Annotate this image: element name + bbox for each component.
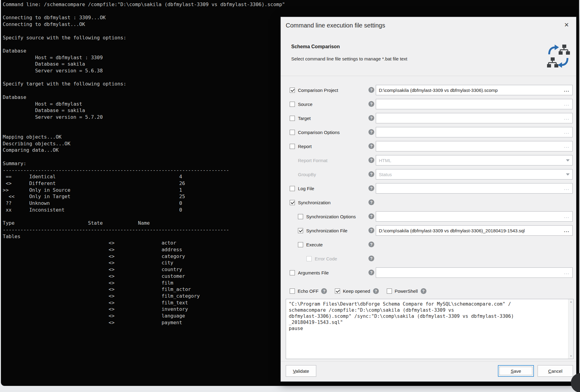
error-code-help-icon[interactable]: ? <box>368 256 374 261</box>
row-label: Arguments File <box>298 270 329 275</box>
comparison-project-help-icon[interactable]: ? <box>368 87 374 93</box>
powershell-checkbox[interactable] <box>387 289 392 294</box>
row-comparison-project: Comparison Project ? D:\comp\sakila (dbf… <box>281 83 576 97</box>
keep-opened-checkbox[interactable] <box>335 289 340 294</box>
synchronization-help-icon[interactable]: ? <box>368 199 374 205</box>
row-synchronization-options: Synchronization Options ? ... <box>281 209 576 223</box>
arguments-file-checkbox[interactable] <box>290 270 295 275</box>
row-synchronization: Synchronization ? <box>281 195 576 209</box>
scroll-down-icon[interactable]: ▼ <box>568 354 574 359</box>
log-file-browse-button[interactable]: ... <box>561 187 570 190</box>
synchronization-options-help-icon[interactable]: ? <box>368 213 374 219</box>
target-input[interactable]: ... <box>376 113 573 123</box>
row-label: Log File <box>298 186 314 191</box>
source-help-icon[interactable]: ? <box>368 101 374 107</box>
row-label: Source <box>298 102 313 107</box>
chevron-down-icon <box>566 159 570 162</box>
row-label: Report Format <box>298 158 328 163</box>
powershell-help-icon[interactable]: ? <box>421 288 426 294</box>
keep-opened-help-icon[interactable]: ? <box>373 288 379 294</box>
report-format-help-icon[interactable]: ? <box>368 157 374 163</box>
combo-value: Status <box>379 172 392 177</box>
row-source: Source ? ... <box>281 97 576 111</box>
error-code-checkbox <box>306 256 312 261</box>
row-label: Target <box>298 116 311 121</box>
arguments-file-input[interactable]: ... <box>376 267 573 278</box>
echo-off-help-icon[interactable]: ? <box>321 288 327 294</box>
row-label: Synchronization File <box>306 228 347 233</box>
groupby-select: Status <box>376 169 573 180</box>
inline-options-row: Echo OFF ? Keep opened ? PowerShell ? <box>290 288 426 294</box>
row-target: Target ? ... <box>281 111 576 125</box>
source-browse-button[interactable]: ... <box>561 103 570 106</box>
synchronization-options-input[interactable]: ... <box>376 211 573 222</box>
source-input[interactable]: ... <box>376 99 573 109</box>
bat-file-text: "C:\Program Files\Devart\dbForge Schema … <box>286 299 573 332</box>
target-browse-button[interactable]: ... <box>561 117 570 120</box>
row-error-code: Error Code ? <box>281 252 576 266</box>
echo-off-checkbox[interactable] <box>290 289 295 294</box>
execute-checkbox[interactable] <box>298 242 303 247</box>
log-file-checkbox[interactable] <box>290 186 295 191</box>
groupby-help-icon[interactable]: ? <box>368 171 374 177</box>
comparison-project-input[interactable]: D:\comp\sakila (dbfmylast-3309 vs dbfmyl… <box>376 85 573 95</box>
row-label: Comparison Project <box>298 88 338 93</box>
row-comparison-options: Comparison Options ? ... <box>281 125 576 139</box>
chevron-down-icon <box>566 173 570 176</box>
source-checkbox[interactable] <box>290 102 295 107</box>
target-checkbox[interactable] <box>290 116 295 121</box>
row-synchronization-file: Synchronization File ? D:\comp\sakila (d… <box>281 223 576 238</box>
row-label: Synchronization Options <box>306 214 356 219</box>
row-groupby: GroupBy ? Status <box>281 167 576 181</box>
arguments-file-browse-button[interactable]: ... <box>561 271 570 274</box>
synchronization-file-help-icon[interactable]: ? <box>368 227 374 233</box>
command-line-settings-dialog: Command line execution file settings ✕ S… <box>281 17 576 382</box>
comparison-options-help-icon[interactable]: ? <box>368 129 374 135</box>
field-value: D:\comp\sakila (dbfmylast-3309 vs dbfmyl… <box>379 228 525 233</box>
comparison-project-checkbox[interactable] <box>290 88 295 93</box>
close-icon[interactable]: ✕ <box>562 20 571 29</box>
log-file-input[interactable]: ... <box>376 183 573 194</box>
report-format-select: HTML <box>376 155 573 165</box>
report-checkbox[interactable] <box>290 144 295 149</box>
arguments-file-help-icon[interactable]: ? <box>368 270 374 275</box>
synchronization-options-checkbox[interactable] <box>298 214 303 219</box>
row-label: Synchronization <box>298 200 331 205</box>
cancel-button[interactable]: Cancel <box>538 365 573 377</box>
field-value: D:\comp\sakila (dbfmylast-3309 vs dbfmyl… <box>379 88 498 93</box>
option-label: Keep opened <box>343 289 370 294</box>
target-help-icon[interactable]: ? <box>368 115 374 121</box>
comparison-project-browse-button[interactable]: ... <box>561 89 570 92</box>
report-input[interactable]: ... <box>376 141 573 151</box>
settings-rows: Comparison Project ? D:\comp\sakila (dbf… <box>281 83 576 280</box>
row-label: Comparison Options <box>298 130 340 135</box>
bat-file-preview[interactable]: "C:\Program Files\Devart\dbForge Schema … <box>286 299 574 359</box>
option-label: PowerShell <box>395 289 418 294</box>
report-browse-button[interactable]: ... <box>561 145 570 148</box>
synchronization-options-browse-button[interactable]: ... <box>561 215 570 218</box>
row-label: Execute <box>306 242 323 247</box>
synchronization-file-checkbox[interactable] <box>298 228 303 233</box>
validate-button[interactable]: Validate <box>286 365 316 377</box>
comparison-options-checkbox[interactable] <box>290 130 295 135</box>
section-subtitle: Select command line file settings to man… <box>291 56 407 61</box>
dialog-title: Command line execution file settings <box>286 22 385 29</box>
row-execute: Execute ? <box>281 238 576 252</box>
row-log-file: Log File ? ... <box>281 181 576 195</box>
scrollbar[interactable]: ▲ ▼ <box>568 299 573 359</box>
row-label: Error Code <box>315 256 337 261</box>
option-label: Echo OFF <box>298 289 318 294</box>
log-file-help-icon[interactable]: ? <box>368 185 374 191</box>
synchronization-file-input[interactable]: D:\comp\sakila (dbfmylast-3309 vs dbfmyl… <box>376 225 573 236</box>
row-label: GroupBy <box>298 172 316 177</box>
combo-value: HTML <box>379 158 391 163</box>
report-help-icon[interactable]: ? <box>368 143 374 149</box>
synchronization-file-browse-button[interactable]: ... <box>561 229 570 232</box>
comparison-options-browse-button[interactable]: ... <box>561 131 570 134</box>
scroll-up-icon[interactable]: ▲ <box>568 299 574 304</box>
comparison-options-input[interactable]: ... <box>376 127 573 137</box>
execute-help-icon[interactable]: ? <box>368 241 374 247</box>
row-report-format: Report Format ? HTML <box>281 153 576 167</box>
save-button[interactable]: Save <box>498 365 534 377</box>
synchronization-checkbox[interactable] <box>290 200 295 205</box>
